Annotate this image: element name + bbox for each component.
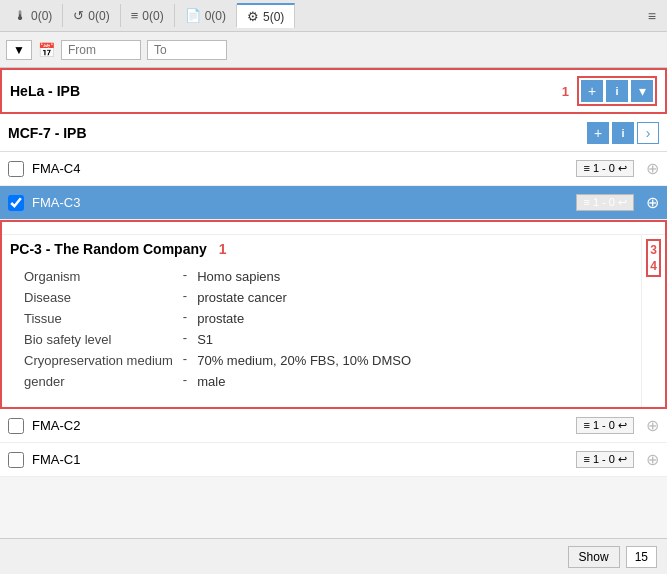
table-row: Bio safety level - S1 xyxy=(20,330,415,349)
fma-c3-label: FMA-C3 xyxy=(32,195,576,210)
show-number: 15 xyxy=(626,546,657,568)
fma-c4-checkbox[interactable] xyxy=(8,161,24,177)
fma-c1-badge-text: ≡ 1 - 0 ↩ xyxy=(583,453,627,466)
pc3-card: PC-3 - The Random Company 1 Organism - H… xyxy=(0,220,667,409)
hela-add-button[interactable]: + xyxy=(581,80,603,102)
pc3-title: PC-3 - The Random Company 1 xyxy=(10,241,633,257)
calendar-icon[interactable]: 📅 xyxy=(38,42,55,58)
main-content: HeLa - IPB 1 + i ▾ MCF-7 - IPB + i › FMA… xyxy=(0,68,667,538)
fma-c3-badge[interactable]: ≡ 1 - 0 ↩ xyxy=(576,194,634,211)
pc3-side-label4: 4 xyxy=(650,259,657,273)
fma-c1-row: FMA-C1 ≡ 1 - 0 ↩ ⊕ xyxy=(0,443,667,477)
mcf7-section-header: MCF-7 - IPB + i › xyxy=(0,114,667,152)
fma-c3-drag-handle[interactable]: ⊕ xyxy=(646,193,659,212)
field-cryo-value: 70% medium, 20% FBS, 10% DMSO xyxy=(193,351,415,370)
field-disease-label: Disease xyxy=(20,288,177,307)
pc3-side-actions: 3 4 xyxy=(646,239,661,277)
fma-c1-drag-handle[interactable]: ⊕ xyxy=(646,450,659,469)
tab-doc[interactable]: 📄 0(0) xyxy=(175,4,237,27)
fma-c1-badge[interactable]: ≡ 1 - 0 ↩ xyxy=(576,451,634,468)
doc-icon: 📄 xyxy=(185,8,201,23)
fma-c4-row: FMA-C4 ≡ 1 - 0 ↩ ⊕ xyxy=(0,152,667,186)
tab-bar: 🌡 0(0) ↺ 0(0) ≡ 0(0) 📄 0(0) ⚙ 5(0) ≡ xyxy=(0,0,667,32)
pc3-side-label3: 3 xyxy=(650,243,657,257)
fma-c2-badge[interactable]: ≡ 1 - 0 ↩ xyxy=(576,417,634,434)
tab-gear-label: 5(0) xyxy=(263,10,284,24)
hela-section-header: HeLa - IPB 1 + i ▾ xyxy=(0,68,667,114)
fma-c2-drag-handle[interactable]: ⊕ xyxy=(646,416,659,435)
thermometer-icon: 🌡 xyxy=(14,8,27,23)
list-icon: ≡ xyxy=(131,8,139,23)
tab-recycle-label: 0(0) xyxy=(88,9,109,23)
table-row: Cryopreservation medium - 70% medium, 20… xyxy=(20,351,415,370)
table-row: gender - male xyxy=(20,372,415,391)
fma-c3-checkbox[interactable] xyxy=(8,195,24,211)
fma-c2-label: FMA-C2 xyxy=(32,418,576,433)
tab-gear[interactable]: ⚙ 5(0) xyxy=(237,3,295,28)
table-row: Organism - Homo sapiens xyxy=(20,267,415,286)
field-organism-value: Homo sapiens xyxy=(193,267,415,286)
field-tissue-value: prostate xyxy=(193,309,415,328)
fma-c2-badge-text: ≡ 1 - 0 ↩ xyxy=(583,419,627,432)
to-date-input[interactable] xyxy=(147,40,227,60)
tab-thermometer[interactable]: 🌡 0(0) xyxy=(4,4,63,27)
fma-c2-row: FMA-C2 ≡ 1 - 0 ↩ ⊕ xyxy=(0,409,667,443)
hela-actions: + i ▾ xyxy=(577,76,657,106)
fma-c4-badge[interactable]: ≡ 1 - 0 ↩ xyxy=(576,160,634,177)
table-row: Tissue - prostate xyxy=(20,309,415,328)
fma-c3-row: FMA-C3 ≡ 1 - 0 ↩ ⊕ xyxy=(0,186,667,220)
field-cryo-label: Cryopreservation medium xyxy=(20,351,177,370)
hela-expand-button[interactable]: ▾ xyxy=(631,80,653,102)
mcf7-actions: + i › xyxy=(587,122,659,144)
tab-list-label: 0(0) xyxy=(142,9,163,23)
gear-icon: ⚙ xyxy=(247,9,259,24)
fma-c3-badge-text: ≡ 1 - 0 ↩ xyxy=(583,196,627,209)
mcf7-info-button[interactable]: i xyxy=(612,122,634,144)
filter-dropdown-label: ▼ xyxy=(13,43,25,57)
show-button[interactable]: Show xyxy=(568,546,620,568)
fma-c4-badge-text: ≡ 1 - 0 ↩ xyxy=(583,162,627,175)
pc3-details-table: Organism - Homo sapiens Disease - prosta… xyxy=(10,261,425,401)
hela-title: HeLa - IPB xyxy=(10,83,554,99)
tab-recycle[interactable]: ↺ 0(0) xyxy=(63,4,120,27)
mcf7-add-button[interactable]: + xyxy=(587,122,609,144)
mcf7-title: MCF-7 - IPB xyxy=(8,125,587,141)
filter-dropdown[interactable]: ▼ xyxy=(6,40,32,60)
pc3-label-num: 1 xyxy=(219,241,227,257)
pc3-card-header xyxy=(2,222,665,235)
tab-list[interactable]: ≡ 0(0) xyxy=(121,4,175,27)
bottom-bar: Show 15 xyxy=(0,538,667,574)
fma-c4-label: FMA-C4 xyxy=(32,161,576,176)
field-disease-value: prostate cancer xyxy=(193,288,415,307)
fma-c4-drag-handle[interactable]: ⊕ xyxy=(646,159,659,178)
recycle-icon: ↺ xyxy=(73,8,84,23)
field-gender-value: male xyxy=(193,372,415,391)
filter-bar: ▼ 📅 xyxy=(0,32,667,68)
tab-thermometer-label: 0(0) xyxy=(31,9,52,23)
fma-c1-checkbox[interactable] xyxy=(8,452,24,468)
mcf7-expand-button[interactable]: › xyxy=(637,122,659,144)
fma-c2-checkbox[interactable] xyxy=(8,418,24,434)
field-gender-label: gender xyxy=(20,372,177,391)
field-tissue-label: Tissue xyxy=(20,309,177,328)
fma-c1-label: FMA-C1 xyxy=(32,452,576,467)
hela-label-num: 1 xyxy=(562,84,569,99)
from-date-input[interactable] xyxy=(61,40,141,60)
hela-info-button[interactable]: i xyxy=(606,80,628,102)
field-organism-label: Organism xyxy=(20,267,177,286)
table-row: Disease - prostate cancer xyxy=(20,288,415,307)
field-biosafety-value: S1 xyxy=(193,330,415,349)
settings-button[interactable]: ≡ xyxy=(641,5,663,27)
tab-doc-label: 0(0) xyxy=(205,9,226,23)
field-biosafety-label: Bio safety level xyxy=(20,330,177,349)
